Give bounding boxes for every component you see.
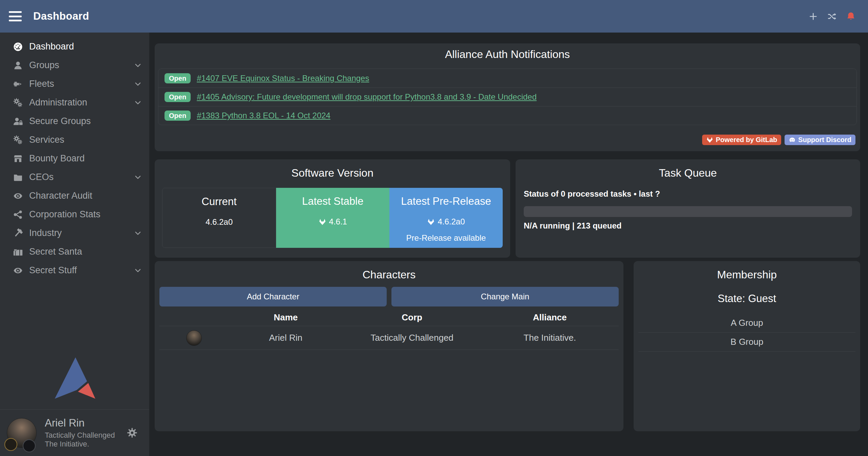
status-badge: Open [165, 92, 191, 102]
notification-link[interactable]: #1383 Python 3.8 EOL - 14 Oct 2024 [197, 111, 330, 120]
chevron-down-icon [134, 80, 142, 88]
discord-icon [789, 136, 796, 143]
notifications-title: Alliance Auth Notifications [155, 48, 860, 61]
sidebar-item-administration[interactable]: Administration [0, 93, 149, 112]
shuttle-icon [10, 79, 26, 89]
bell-icon[interactable] [846, 12, 856, 21]
user-name: Ariel Rin [45, 417, 115, 430]
characters-table-header: Name Corp Alliance [159, 309, 619, 326]
eye-icon [10, 265, 26, 276]
shuffle-icon[interactable] [827, 12, 836, 21]
sidebar: Dashboard Groups Fleets Administra [0, 33, 149, 456]
support-discord-badge[interactable]: Support Discord [785, 135, 855, 145]
prerelease-note: Pre-Release available [389, 233, 503, 243]
user-corp: Tactically Challenged [45, 431, 115, 440]
version-latest-stable: Latest Stable 4.6.1 [276, 188, 389, 248]
navbar-actions [809, 12, 856, 21]
cell-name: Ariel Rin [228, 333, 343, 343]
task-queue-title: Task Queue [516, 167, 860, 179]
sidebar-menu: Dashboard Groups Fleets Administra [0, 33, 149, 280]
version-latest-prerelease: Latest Pre-Release 4.6.2a0 Pre-Release a… [389, 188, 503, 248]
notification-link[interactable]: #1407 EVE Equinox Status - Breaking Chan… [197, 74, 369, 83]
notifications-panel: Alliance Auth Notifications Open #1407 E… [155, 43, 860, 151]
header-corp: Corp [343, 312, 481, 323]
gitlab-icon [319, 218, 326, 226]
page-title: Dashboard [33, 10, 89, 22]
sidebar-item-industry[interactable]: Industry [0, 224, 149, 242]
task-status-line: Status of 0 processed tasks • last ? [524, 189, 660, 199]
footer-badges: Powered by GitLab Support Discord [702, 135, 855, 145]
user-alliance: The Initiative. [45, 440, 115, 449]
status-badge: Open [165, 73, 191, 83]
chevron-down-icon [134, 99, 142, 106]
version-strip: Current 4.6.2a0 Latest Stable 4.6.1 Late… [162, 188, 503, 248]
change-main-button[interactable]: Change Main [391, 287, 619, 306]
membership-groups: A Group B Group [638, 314, 855, 352]
user-info: Ariel Rin Tactically Challenged The Init… [45, 417, 115, 449]
share-nodes-icon [10, 210, 26, 220]
characters-title: Characters [155, 269, 623, 281]
notification-row: Open #1383 Python 3.8 EOL - 14 Oct 2024 [158, 106, 856, 125]
sidebar-item-bounty-board[interactable]: Bounty Board [0, 149, 149, 168]
powered-by-gitlab-badge[interactable]: Powered by GitLab [702, 135, 781, 145]
task-queue-line: N/A running | 213 queued [524, 221, 622, 231]
sidebar-item-character-audit[interactable]: Character Audit [0, 186, 149, 205]
sidebar-item-secret-stuff[interactable]: Secret Stuff [0, 261, 149, 280]
hammer-icon [10, 228, 26, 238]
task-progress-bar [524, 206, 852, 217]
table-row: Ariel Rin Tactically Challenged The Init… [159, 326, 619, 350]
header-name: Name [228, 312, 343, 323]
cell-alliance: The Initiative. [481, 333, 619, 343]
sidebar-item-secure-groups[interactable]: Secure Groups [0, 112, 149, 131]
membership-title: Membership [634, 269, 860, 281]
header-alliance: Alliance [481, 312, 619, 323]
sidebar-item-secret-santa[interactable]: Secret Santa [0, 242, 149, 261]
notification-link[interactable]: #1405 Advisory: Future development will … [197, 92, 537, 102]
software-version-title: Software Version [155, 167, 510, 179]
user-icon [10, 60, 26, 71]
membership-panel: Membership State: Guest A Group B Group [634, 261, 860, 431]
chevron-down-icon [134, 173, 142, 181]
gauge-icon [10, 42, 26, 52]
plus-icon[interactable] [809, 12, 818, 21]
chevron-down-icon [134, 229, 142, 237]
task-queue-panel: Task Queue Status of 0 processed tasks •… [516, 159, 860, 258]
hamburger-menu-icon[interactable] [9, 11, 22, 21]
sidebar-user-panel: Ariel Rin Tactically Challenged The Init… [0, 409, 149, 456]
top-navbar: Dashboard [0, 0, 868, 33]
notification-row: Open #1407 EVE Equinox Status - Breaking… [158, 69, 856, 87]
folder-icon [10, 172, 26, 182]
chevron-down-icon [134, 266, 142, 274]
software-version-panel: Software Version Current 4.6.2a0 Latest … [155, 159, 510, 258]
status-badge: Open [165, 111, 191, 121]
gear-icon[interactable] [127, 427, 138, 438]
notification-row: Open #1405 Advisory: Future development … [158, 87, 856, 106]
group-row: B Group [638, 333, 855, 352]
corp-logo-badge [4, 438, 17, 451]
add-character-button[interactable]: Add Character [159, 287, 387, 306]
sidebar-item-ceos[interactable]: CEOs [0, 168, 149, 186]
sidebar-item-services[interactable]: Services [0, 131, 149, 149]
sidebar-item-dashboard[interactable]: Dashboard [0, 37, 149, 56]
chevron-down-icon [134, 61, 142, 69]
alliance-auth-logo [54, 356, 95, 400]
user-lock-icon [10, 116, 26, 126]
gitlab-icon [706, 136, 713, 143]
characters-buttons: Add Character Change Main [159, 287, 619, 306]
page: Dashboard Dashboard Groups [0, 0, 868, 456]
store-icon [10, 154, 26, 164]
gears-icon [10, 98, 26, 108]
sidebar-item-groups[interactable]: Groups [0, 56, 149, 75]
version-current: Current 4.6.2a0 [162, 188, 276, 248]
gifts-icon [10, 247, 26, 257]
sidebar-item-fleets[interactable]: Fleets [0, 75, 149, 93]
eye-icon [10, 191, 26, 201]
user-avatar [7, 418, 37, 448]
alliance-logo-badge [23, 439, 36, 452]
gitlab-icon [427, 218, 435, 226]
sidebar-item-corporation-stats[interactable]: Corporation Stats [0, 205, 149, 224]
notifications-list: Open #1407 EVE Equinox Status - Breaking… [158, 68, 857, 125]
characters-panel: Characters Add Character Change Main Nam… [155, 261, 623, 431]
character-portrait [186, 330, 202, 346]
membership-state: State: Guest [634, 293, 860, 305]
